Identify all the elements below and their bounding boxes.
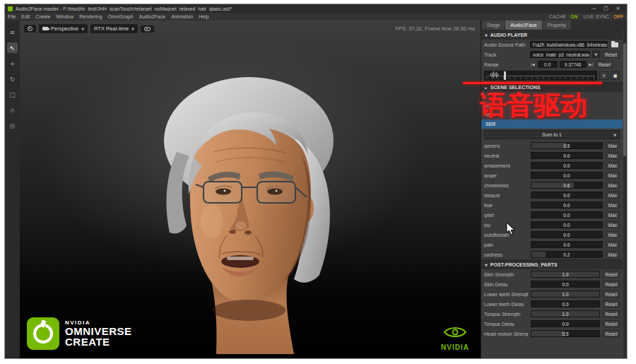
emotion-slider-outofbreath[interactable]: 0.0	[531, 231, 603, 238]
menu-item-help[interactable]: Help	[196, 13, 211, 20]
menu-item-animation[interactable]: Animation	[168, 13, 196, 20]
range-reset-button[interactable]: Reset	[596, 61, 613, 68]
renderer-selector[interactable]: RTX Real-time ▼	[90, 24, 138, 33]
section-scene-selections[interactable]: ► SCENE SELECTIONS	[481, 82, 623, 92]
obscured-row[interactable]: RK	[481, 110, 623, 119]
rendered-head-model[interactable]	[127, 61, 363, 354]
skip-end-icon[interactable]: ▶|	[589, 62, 594, 66]
post-slider[interactable]: 0.0	[531, 281, 600, 288]
menu-item-rendering[interactable]: Rendering	[76, 13, 105, 20]
menu-icon[interactable]: ≡	[7, 27, 18, 37]
viewport-3d[interactable]: Perspective ▼ RTX Real-time ▼ FPS: 37.32…	[20, 20, 481, 358]
rotate-icon[interactable]: ↻	[7, 74, 18, 84]
tab-stage[interactable]: Stage	[482, 20, 505, 30]
slider-value: 0.0	[531, 172, 602, 178]
track-dropdown-icon[interactable]: ▼	[592, 51, 600, 58]
max-button[interactable]: Max	[606, 251, 620, 258]
scale-icon[interactable]: □	[7, 89, 18, 100]
visibility-button[interactable]	[141, 25, 154, 33]
post-slider[interactable]: 1.0	[531, 271, 600, 278]
track-reset-button[interactable]: Reset	[602, 51, 620, 58]
section-post-processing[interactable]: ▼ POST-PROCESSING_PARTS	[481, 259, 623, 269]
track-select-value[interactable]: voice_male_p3_neutral.wav	[530, 51, 590, 58]
obscured-row[interactable]: SER	[481, 119, 623, 129]
tab-property[interactable]: Property	[543, 20, 571, 30]
post-slider[interactable]: 0.0	[531, 320, 600, 327]
menu-item-file[interactable]: File	[5, 13, 18, 20]
live-sync-status[interactable]: LIVE SYNC : OFF	[584, 14, 623, 19]
emotion-slider-sadness[interactable]: 0.2	[531, 251, 603, 258]
menu-item-omnigraph[interactable]: OmniGraph	[105, 13, 136, 20]
close-button[interactable]: ×	[612, 4, 624, 13]
reset-button[interactable]: Reset	[603, 281, 620, 288]
nvidia-logo: NVIDIA	[441, 324, 469, 351]
ov-brand-create: CREATE	[65, 336, 132, 347]
emotion-slider-amazement[interactable]: 0.0	[531, 162, 603, 169]
max-button[interactable]: Max	[606, 231, 620, 238]
reset-button[interactable]: Reset	[603, 310, 620, 317]
max-button[interactable]: Max	[606, 192, 620, 199]
emotion-slider-disgust[interactable]: 0.0	[531, 192, 603, 199]
max-button[interactable]: Max	[606, 142, 620, 149]
panel-scrollbar[interactable]	[623, 30, 626, 358]
max-button[interactable]: Max	[606, 241, 620, 248]
audio-source-path-input[interactable]: f:\a2f\_build\windows-x86_64\release\e	[530, 41, 608, 48]
target-icon[interactable]: ◎	[7, 120, 18, 131]
emotion-slider-generic[interactable]: 0.5	[531, 142, 603, 149]
reset-button[interactable]: Reset	[603, 271, 620, 278]
emotion-label: neutral	[484, 153, 528, 158]
max-button[interactable]: Max	[606, 162, 620, 169]
emotion-slider-fear[interactable]: 0.0	[531, 201, 603, 209]
move-icon[interactable]: +	[7, 58, 18, 69]
emotion-slider-joy[interactable]: 0.0	[531, 221, 603, 228]
max-button[interactable]: Max	[606, 201, 620, 209]
post-slider[interactable]: 0.5	[531, 330, 600, 337]
post-label: Head motion Strength	[484, 331, 528, 336]
stop-button[interactable]: ■	[611, 71, 620, 80]
range-end-input[interactable]: 9.37746	[560, 61, 587, 68]
select-cursor-icon[interactable]: ↖	[7, 42, 18, 53]
scrollbar-thumb[interactable]	[623, 43, 626, 156]
tab-audio2face[interactable]: Audio2Face	[505, 20, 541, 30]
post-slider[interactable]: 0.0	[531, 300, 600, 307]
reset-button[interactable]: Reset	[603, 290, 620, 298]
reset-button[interactable]: Reset	[603, 330, 620, 337]
camera-selector[interactable]: Perspective ▼	[39, 24, 88, 33]
post-slider[interactable]: 1.0	[531, 310, 600, 317]
emotion-slider-neutral[interactable]: 0.0	[531, 152, 603, 159]
emotion-slider-anger[interactable]: 0.0	[531, 172, 603, 179]
audio-timeline-track[interactable]	[484, 71, 597, 81]
maximize-button[interactable]: □	[600, 4, 612, 13]
emotion-slider-pain[interactable]: 0.0	[531, 241, 603, 248]
reset-button[interactable]: Reset	[603, 300, 620, 307]
menu-item-window[interactable]: Window	[53, 13, 76, 20]
viewport-settings-button[interactable]	[24, 25, 36, 33]
obscured-row[interactable]: AT	[481, 101, 623, 110]
minimize-button[interactable]: —	[588, 4, 600, 13]
snap-icon[interactable]: ∩	[7, 105, 18, 115]
max-button[interactable]: Max	[606, 182, 620, 189]
section-audio-player[interactable]: ▼ AUDIO PLAYER	[481, 30, 623, 40]
menu-item-audio2face[interactable]: Audio2Face	[136, 13, 168, 20]
reset-button[interactable]: Reset	[603, 320, 620, 327]
pause-button[interactable]: II	[599, 71, 608, 80]
emotion-slider-grief[interactable]: 0.0	[531, 211, 603, 218]
menu-item-edit[interactable]: Edit	[18, 13, 33, 20]
skip-start-icon[interactable]: |◀	[530, 62, 536, 66]
slider-value: 0.5	[531, 331, 599, 336]
max-button[interactable]: Max	[606, 172, 620, 179]
max-button[interactable]: Max	[606, 211, 620, 218]
emotion-row-amazement: amazement0.0Max	[481, 160, 623, 170]
menu-item-create[interactable]: Create	[33, 13, 53, 20]
playhead-handle[interactable]	[504, 71, 506, 80]
post-slider[interactable]: 1.0	[531, 290, 600, 298]
emotion-slider-cheekiness[interactable]: 0.6	[531, 182, 603, 189]
browse-folder-button[interactable]	[610, 41, 620, 49]
emotion-mode-select[interactable]: Sum to 1 ▼	[484, 130, 620, 139]
max-button[interactable]: Max	[606, 221, 620, 228]
slider-value: 1.0	[531, 311, 599, 317]
range-start-input[interactable]: 0.0	[538, 61, 558, 68]
max-button[interactable]: Max	[606, 152, 620, 159]
emotion-row-disgust: disgust0.0Max	[481, 190, 623, 200]
live-sync-label: LIVE SYNC :	[584, 14, 612, 19]
